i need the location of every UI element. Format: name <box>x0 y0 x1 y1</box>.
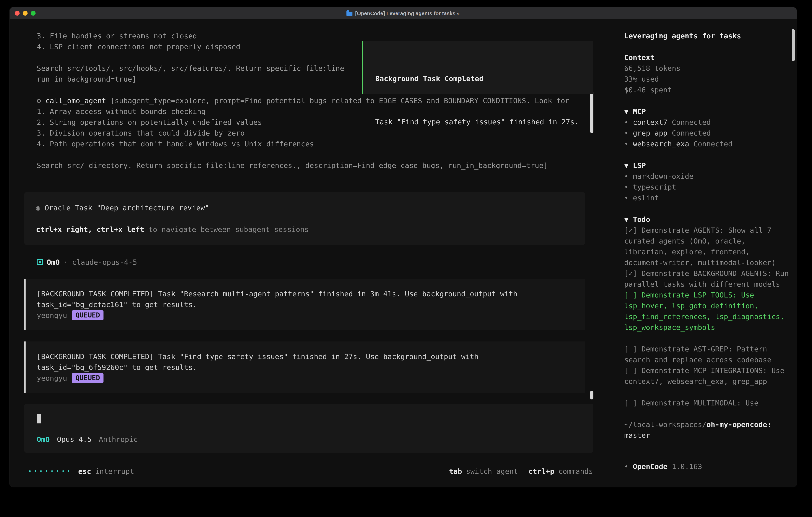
chevron-down-icon: ▼ <box>624 215 629 223</box>
checkbox-checked-icon: [✓] <box>624 269 637 277</box>
todo-item: [ ] Demonstrate MCP INTEGRATIONS: Use co… <box>624 365 790 387</box>
hint-keys: ctrl+x right, ctrl+x left <box>36 225 144 234</box>
close-button[interactable] <box>15 11 20 16</box>
session-title: Leveraging agents for tasks <box>624 30 790 41</box>
bullet-icon: • <box>624 172 629 180</box>
mcp-section: ▼ MCP • context7 Connected • grep_app Co… <box>624 106 790 149</box>
todo-heading[interactable]: ▼ Todo <box>624 214 790 225</box>
terminal-window: [OpenCode] Leveraging agents for tasks ◐… <box>9 7 797 487</box>
bullet-icon: • <box>624 193 629 202</box>
checkbox-checked-icon: [✓] <box>624 226 637 234</box>
mcp-item: • websearch_exa Connected <box>624 138 790 149</box>
checkbox-empty-icon: [ ] <box>624 291 637 299</box>
zoom-button[interactable] <box>31 11 35 16</box>
commands-key-hint: ctrl+p <box>528 467 554 475</box>
scrollbar-thumb[interactable] <box>792 29 795 61</box>
background-task-notification: Background Task Completed Task "Find typ… <box>361 41 592 94</box>
traffic-lights <box>15 7 35 19</box>
notification-title: Background Task Completed <box>375 73 592 84</box>
context-heading: Context <box>624 52 790 63</box>
gear-icon: ⚙ <box>37 97 41 105</box>
esc-key-label: interrupt <box>95 466 134 477</box>
hint-text: to navigate between subagent sessions <box>149 225 309 234</box>
terminal-main: 3. File handles or streams not closed 4.… <box>9 19 613 487</box>
folder-icon <box>346 11 352 16</box>
mcp-heading[interactable]: ▼ MCP <box>624 106 790 117</box>
tab-key-label: switch agent <box>466 467 518 475</box>
message-line: task_id="bg_6f59260c" to get results. <box>37 362 585 373</box>
tool-name: call_omo_agent <box>46 97 106 105</box>
todo-item: [ ] Demonstrate MULTIMODAL: Use <box>624 398 790 408</box>
message-author: yeongyu <box>37 373 67 383</box>
message-block: [BACKGROUND TASK COMPLETED] Task "Resear… <box>24 279 585 330</box>
context-tokens: 66,518 tokens <box>624 63 790 74</box>
oracle-task-panel: ◉ Oracle Task "Deep architecture review"… <box>24 192 585 245</box>
oracle-icon: ◉ <box>36 203 40 212</box>
lsp-section: ▼ LSP • markdown-oxide • typescript • es… <box>624 160 790 203</box>
chevron-down-icon: ▼ <box>624 107 629 115</box>
agent-name: OmO <box>47 257 60 268</box>
context-spent: $0.46 spent <box>624 84 790 95</box>
separator-dot: · <box>64 257 68 268</box>
bullet-icon: • <box>624 140 629 148</box>
status-badge: QUEUED <box>72 310 104 320</box>
bullet-icon: • <box>624 118 629 126</box>
message-line: task_id="bg_dcfac161" to get results. <box>37 299 585 310</box>
lsp-item: • eslint <box>624 192 790 203</box>
spinner: •••••••• <box>28 466 72 477</box>
agent-header: OmO · claude-opus-4-5 <box>24 257 613 268</box>
message-line: [BACKGROUND TASK COMPLETED] Task "Find t… <box>37 351 585 362</box>
message-block: [BACKGROUND TASK COMPLETED] Task "Find t… <box>24 342 585 393</box>
bullet-icon: • <box>624 129 629 137</box>
agent-model: claude-opus-4-5 <box>72 257 137 268</box>
branch-name: master <box>624 431 650 439</box>
input-provider: Anthropic <box>99 434 138 445</box>
todo-item: [✓] Demonstrate BACKGROUND AGENTS: Run p… <box>624 268 790 290</box>
oracle-task-title: Oracle Task "Deep architecture review" <box>45 203 209 212</box>
tool-call-closing: Search src/ directory. Return specific f… <box>24 160 613 171</box>
session-sidebar: Leveraging agents for tasks Context 66,5… <box>613 19 797 487</box>
chevron-down-icon: ▼ <box>624 161 629 169</box>
titlebar[interactable]: [OpenCode] Leveraging agents for tasks ◐ <box>9 7 797 19</box>
prompt-input[interactable]: OmO Opus 4.5 Anthropic <box>24 404 593 453</box>
notification-body: Task "Find type safety issues" finished … <box>375 116 592 127</box>
mcp-item: • context7 Connected <box>624 117 790 128</box>
input-model: Opus 4.5 <box>57 434 91 445</box>
statusbar: •••••••• escinterrupt tabswitch agent ct… <box>28 466 593 477</box>
window-title: [OpenCode] Leveraging agents for tasks ◐ <box>346 10 460 16</box>
message-author: yeongyu <box>37 310 67 321</box>
todo-section: ▼ Todo [✓] Demonstrate AGENTS: Show all … <box>624 214 790 408</box>
lsp-item: • markdown-oxide <box>624 171 790 182</box>
message-line: [BACKGROUND TASK COMPLETED] Task "Resear… <box>37 288 585 299</box>
tool-call-item: 1. Array access without bounds checking <box>24 106 613 117</box>
text-cursor <box>37 414 41 424</box>
mcp-item: • grep_app Connected <box>624 128 790 138</box>
input-agent-name: OmO <box>37 434 50 445</box>
esc-key-hint: esc <box>78 466 91 477</box>
checkbox-empty-icon: [ ] <box>624 366 637 375</box>
workspace-path: ~/local-workspaces/oh-my-opencode: maste… <box>624 419 790 441</box>
minimize-button[interactable] <box>23 11 28 16</box>
agent-icon <box>37 259 43 265</box>
lsp-heading[interactable]: ▼ LSP <box>624 160 790 171</box>
app-version: • OpenCode 1.0.163 <box>624 461 790 472</box>
context-used: 33% used <box>624 74 790 84</box>
context-section: Context 66,518 tokens 33% used $0.46 spe… <box>624 52 790 95</box>
bullet-icon: • <box>624 183 629 191</box>
window-title-text: [OpenCode] Leveraging agents for tasks ◐ <box>355 10 460 16</box>
todo-item: [✓] Demonstrate AGENTS: Show all 7 curat… <box>624 225 790 268</box>
commands-key-label: commands <box>558 467 593 475</box>
tab-key-hint: tab <box>449 467 462 475</box>
bullet-icon: • <box>624 462 629 471</box>
screen: [OpenCode] Leveraging agents for tasks ◐… <box>0 0 812 517</box>
status-badge: QUEUED <box>72 373 104 383</box>
checkbox-empty-icon: [ ] <box>624 345 637 353</box>
lsp-item: • typescript <box>624 182 790 192</box>
todo-item: [ ] Demonstrate AST-GREP: Pattern search… <box>624 344 790 365</box>
scrollbar-thumb[interactable] <box>590 391 593 400</box>
todo-item: [ ] Demonstrate LSP TOOLS: Use lsp_hover… <box>624 290 790 333</box>
checkbox-empty-icon: [ ] <box>624 399 637 407</box>
scrollback-line: 3. File handles or streams not closed <box>24 30 613 41</box>
